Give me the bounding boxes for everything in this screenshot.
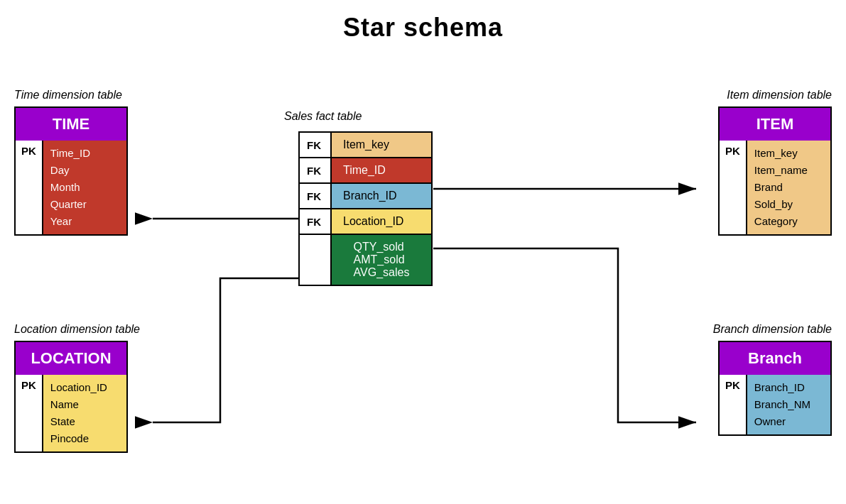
location-fields: Location_IDNameStatePincode <box>43 375 126 451</box>
time-table-label: Time dimension table <box>14 89 122 102</box>
fact-row-location: FK Location_ID <box>300 209 431 235</box>
item-table-label: Item dimension table <box>727 89 832 102</box>
time-pk: PK <box>16 141 43 234</box>
fk-branch: FK <box>300 184 332 208</box>
fk-item: FK <box>300 133 332 157</box>
fact-item-key: Item_key <box>332 133 431 157</box>
branch-fields: Branch_IDBranch_NMOwner <box>747 375 830 434</box>
branch-pk: PK <box>720 375 747 434</box>
item-fields: Item_keyItem_nameBrandSold_byCategory <box>747 141 830 234</box>
fact-table-label: Sales fact table <box>284 110 362 123</box>
branch-table-label: Branch dimension table <box>713 323 832 336</box>
fact-row-item: FK Item_key <box>300 133 431 158</box>
location-pk: PK <box>16 375 43 451</box>
fact-row-branch: FK Branch_ID <box>300 184 431 209</box>
location-table-label: Location dimension table <box>14 323 140 336</box>
fact-row-time: FK Time_ID <box>300 158 431 184</box>
fact-table: FK Item_key FK Time_ID FK Branch_ID FK L… <box>298 131 433 286</box>
time-table-header: TIME <box>16 108 126 141</box>
diagram-container: Time dimension table TIME PK Time_IDDayM… <box>0 43 846 504</box>
fact-branch-id: Branch_ID <box>332 184 431 208</box>
branch-table: Branch PK Branch_IDBranch_NMOwner <box>718 341 832 436</box>
time-table: TIME PK Time_IDDayMonthQuarterYear <box>14 106 128 236</box>
fk-measures-empty <box>300 235 332 285</box>
location-table: LOCATION PK Location_IDNameStatePincode <box>14 341 128 453</box>
fact-measures: QTY_soldAMT_soldAVG_sales <box>332 235 431 285</box>
fact-time-id: Time_ID <box>332 158 431 182</box>
fk-location: FK <box>300 209 332 234</box>
fact-row-measures: QTY_soldAMT_soldAVG_sales <box>300 235 431 285</box>
fk-time: FK <box>300 158 332 182</box>
item-pk: PK <box>720 141 747 234</box>
fact-location-id: Location_ID <box>332 209 431 234</box>
item-table: ITEM PK Item_keyItem_nameBrandSold_byCat… <box>718 106 832 236</box>
item-table-header: ITEM <box>720 108 830 141</box>
location-table-header: LOCATION <box>16 342 126 375</box>
branch-table-header: Branch <box>720 342 830 375</box>
time-fields: Time_IDDayMonthQuarterYear <box>43 141 126 234</box>
